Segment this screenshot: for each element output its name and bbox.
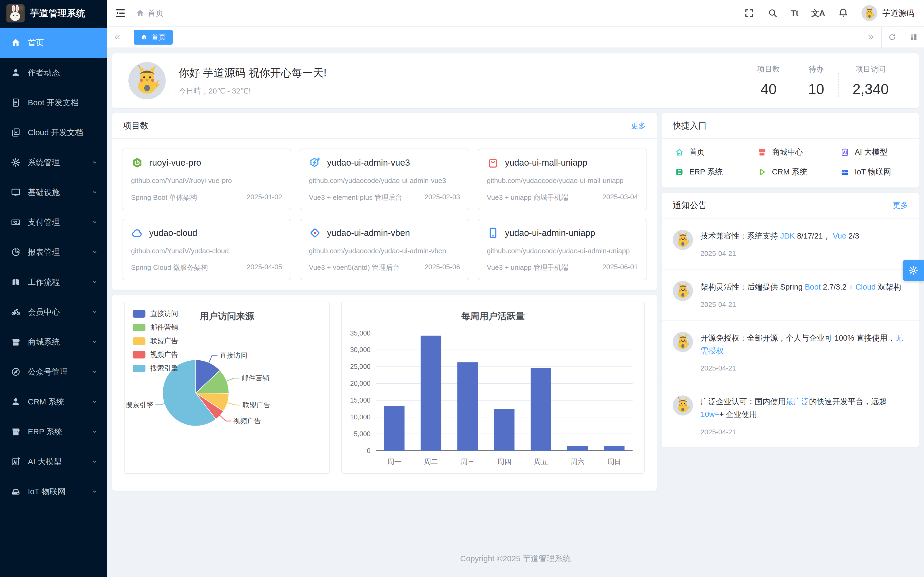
compass-icon bbox=[11, 367, 21, 377]
bar-chart-canvas[interactable]: 05,00010,00015,00020,00025,00030,00035,0… bbox=[342, 302, 645, 473]
sidebar-item-infra[interactable]: 基础设施 bbox=[0, 177, 107, 207]
fullscreen-icon[interactable] bbox=[744, 8, 754, 18]
main-area: 首页 Tt 文A 芋道源码 首页 bbox=[107, 0, 924, 577]
mobile-icon bbox=[487, 227, 499, 239]
notice-date: 2025-04-21 bbox=[701, 250, 859, 258]
project-date: 2025-04-05 bbox=[247, 263, 282, 272]
search-icon[interactable] bbox=[767, 8, 778, 18]
tabs-scroll-left-icon[interactable] bbox=[107, 27, 128, 48]
sidebar-item-label: 会员中心 bbox=[28, 307, 91, 318]
chevron-down-icon bbox=[91, 308, 99, 316]
shortcut-ai[interactable]: AI 大模型 bbox=[832, 147, 914, 158]
sidebar-item-label: CRM 系统 bbox=[28, 396, 91, 408]
sidebar-item-author[interactable]: 作者动态 bbox=[0, 58, 107, 88]
svg-text:邮件营销: 邮件营销 bbox=[242, 374, 270, 382]
project-card-yudao-ui-admin-vue3[interactable]: yudao-ui-admin-vue3github.com/yudaocode/… bbox=[300, 148, 469, 210]
sidebar-item-mp[interactable]: 公众号管理 bbox=[0, 357, 107, 387]
shortcut-crm[interactable]: CRM 系统 bbox=[749, 167, 832, 177]
project-date: 2025-06-01 bbox=[603, 263, 638, 272]
project-repo: github.com/YunaiV/ruoyi-vue-pro bbox=[131, 176, 282, 186]
svg-text:周三: 周三 bbox=[460, 458, 475, 466]
notice-item-3[interactable]: 开源免授权：全部开源，个人与企业可 100% 直接使用，无需授权2025-04-… bbox=[662, 321, 919, 384]
sidebar-item-pay[interactable]: 支付管理 bbox=[0, 207, 107, 237]
chevron-down-icon bbox=[91, 248, 99, 256]
shortcut-label: AI 大模型 bbox=[855, 147, 887, 158]
sidebar-item-home[interactable]: 首页 bbox=[0, 28, 107, 58]
page-content: 你好 芋道源码 祝你开心每一天! 今日晴，20℃ - 32℃! 项目数40待办1… bbox=[107, 48, 924, 577]
sidebar-item-iot[interactable]: IoT 物联网 bbox=[0, 477, 107, 506]
home-icon bbox=[11, 38, 21, 48]
legend-item-邮件营销[interactable]: 邮件营销 bbox=[132, 323, 178, 332]
shortcut-erp[interactable]: ERP 系统 bbox=[666, 167, 749, 177]
stat-label: 待办 bbox=[808, 64, 824, 74]
app-title: 芋道管理系统 bbox=[30, 7, 86, 19]
svg-text:0: 0 bbox=[367, 447, 371, 455]
charts-panel: 直接访问邮件营销联盟广告视频广告搜索引擎 用户访问来源 直接访问邮件营销联盟广告… bbox=[112, 295, 657, 491]
monitor-icon bbox=[11, 187, 21, 197]
sidebar-item-crm[interactable]: CRM 系统 bbox=[0, 387, 107, 417]
sidebar-item-label: 工作流程 bbox=[28, 277, 91, 288]
sidebar-item-mall[interactable]: 商城系统 bbox=[0, 327, 107, 357]
sidebar-menu: 首页作者动态Boot 开发文档Cloud 开发文档系统管理基础设施支付管理报表管… bbox=[0, 27, 107, 577]
project-desc: Vue3 + uniapp 管理手机端 bbox=[487, 263, 569, 272]
project-card-ruoyi-vue-pro[interactable]: ruoyi-vue-progithub.com/YunaiV/ruoyi-vue… bbox=[122, 148, 291, 210]
username: 芋道源码 bbox=[882, 8, 914, 19]
font-size-button[interactable]: Tt bbox=[791, 8, 798, 18]
sidebar-item-workflow[interactable]: 工作流程 bbox=[0, 267, 107, 297]
project-desc: Spring Cloud 微服务架构 bbox=[131, 263, 208, 272]
shortcut-mall[interactable]: 商城中心 bbox=[749, 147, 832, 158]
shop-icon bbox=[11, 337, 21, 347]
project-name: yudao-ui-admin-uniapp bbox=[505, 228, 595, 238]
tabs-scroll-right-icon[interactable] bbox=[860, 27, 881, 48]
project-card-yudao-cloud[interactable]: yudao-cloudgithub.com/YunaiV/yudao-cloud… bbox=[122, 219, 291, 280]
money-icon bbox=[11, 217, 21, 227]
project-card-yudao-ui-admin-vben[interactable]: yudao-ui-admin-vbengithub.com/yudaocode/… bbox=[300, 219, 469, 280]
tab-home[interactable]: 首页 bbox=[134, 30, 173, 45]
project-card-yudao-ui-mall-uniapp[interactable]: yudao-ui-mall-uniappgithub.com/yudaocode… bbox=[478, 148, 647, 210]
sidebar-item-erp[interactable]: ERP 系统 bbox=[0, 417, 107, 446]
sidebar-item-report[interactable]: 报表管理 bbox=[0, 237, 107, 267]
refresh-icon[interactable] bbox=[881, 27, 903, 48]
shortcut-label: IoT 物联网 bbox=[855, 167, 891, 177]
notice-item-1[interactable]: 技术兼容性：系统支持 JDK 8/17/21， Vue 2/32025-04-2… bbox=[662, 219, 919, 269]
svg-text:35,000: 35,000 bbox=[350, 329, 371, 337]
legend-item-联盟广告[interactable]: 联盟广告 bbox=[132, 336, 178, 346]
shortcut-iot[interactable]: IoT 物联网 bbox=[832, 167, 914, 177]
svg-text:搜索引擎: 搜索引擎 bbox=[125, 401, 153, 409]
layout-grid-icon[interactable] bbox=[903, 27, 924, 48]
user-menu[interactable]: 芋道源码 bbox=[861, 5, 914, 21]
shortcut-home[interactable]: 首页 bbox=[666, 147, 749, 158]
notification-bell-icon[interactable] bbox=[838, 8, 849, 18]
project-cards-grid: ruoyi-vue-progithub.com/YunaiV/ruoyi-vue… bbox=[112, 139, 657, 290]
sidebar-item-cloud-doc[interactable]: Cloud 开发文档 bbox=[0, 118, 107, 147]
collapse-sidebar-icon[interactable] bbox=[115, 7, 126, 19]
projects-more-link[interactable]: 更多 bbox=[631, 121, 646, 131]
bicycle-icon bbox=[11, 307, 21, 317]
legend-item-直接访问[interactable]: 直接访问 bbox=[132, 309, 178, 318]
legend-item-搜索引擎[interactable]: 搜索引擎 bbox=[132, 364, 178, 373]
logo-row[interactable]: 芋道管理系统 bbox=[0, 0, 107, 27]
project-repo: github.com/yudaocode/yudao-ui-admin-vue3 bbox=[309, 176, 460, 186]
notice-item-2[interactable]: 架构灵活性：后端提供 Spring Boot 2.7/3.2 + Cloud 双… bbox=[662, 269, 919, 321]
notice-list: 技术兼容性：系统支持 JDK 8/17/21， Vue 2/32025-04-2… bbox=[662, 219, 919, 447]
sidebar-item-boot-doc[interactable]: Boot 开发文档 bbox=[0, 88, 107, 118]
project-date: 2025-05-06 bbox=[425, 263, 460, 272]
settings-drawer-button[interactable] bbox=[903, 259, 924, 281]
home-icon bbox=[141, 34, 148, 40]
sidebar-item-member[interactable]: 会员中心 bbox=[0, 297, 107, 327]
sidebar-item-label: 支付管理 bbox=[28, 217, 91, 228]
sidebar-item-label: 公众号管理 bbox=[28, 366, 91, 377]
svg-text:周五: 周五 bbox=[534, 458, 548, 466]
project-card-yudao-ui-admin-uniapp[interactable]: yudao-ui-admin-uniappgithub.com/yudaocod… bbox=[478, 219, 647, 280]
language-button[interactable]: 文A bbox=[811, 8, 825, 18]
sidebar-item-system[interactable]: 系统管理 bbox=[0, 147, 107, 177]
legend-item-视频广告[interactable]: 视频广告 bbox=[132, 350, 178, 359]
svg-text:直接访问: 直接访问 bbox=[220, 351, 247, 359]
sidebar-item-label: 基础设施 bbox=[28, 187, 91, 198]
notice-date: 2025-04-21 bbox=[701, 364, 908, 372]
chevron-down-icon bbox=[91, 159, 99, 166]
notices-more-link[interactable]: 更多 bbox=[893, 200, 908, 211]
sidebar-item-ai[interactable]: AI 大模型 bbox=[0, 446, 107, 477]
notice-item-4[interactable]: 广泛企业认可：国内使用最广泛的快速开发平台，远超 10w++ 企业使用2025-… bbox=[662, 384, 919, 447]
breadcrumb[interactable]: 首页 bbox=[136, 8, 164, 19]
